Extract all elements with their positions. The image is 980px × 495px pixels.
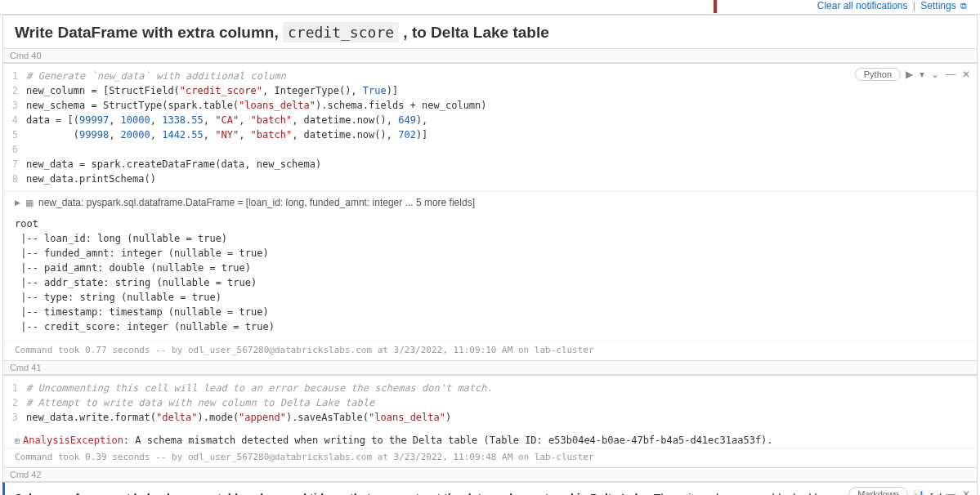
code-editor[interactable]: 1 2 3 # Uncommenting this cell will lead… (3, 376, 977, 430)
output-variable-summary: new_data: pyspark.sql.dataframe.DataFram… (38, 197, 475, 208)
schema-output: root |-- loan_id: long (nullable = true)… (3, 213, 977, 341)
chart-icon[interactable]: 📊 (913, 488, 924, 495)
command-status: Command took 0.77 seconds -- by odl_user… (3, 341, 977, 360)
output-meta-block: ▶ ▦ new_data: pyspark.sql.dataframe.Data… (3, 191, 977, 213)
line-gutter: 1 2 3 (3, 381, 26, 425)
title-heading: Write DataFrame with extra column, credi… (15, 24, 965, 42)
clear-notifications-link[interactable]: Clear all notifications (817, 0, 908, 11)
markdown-bold: Schema enforcement helps keep our tables… (15, 492, 651, 495)
code-lines: # Generate `new_data` with additional co… (26, 69, 977, 186)
cmd-label-42: Cmd 42 (2, 468, 978, 482)
close-icon[interactable]: ✕ (962, 488, 970, 495)
line-gutter: 1 2 3 4 5 6 7 8 (3, 69, 26, 186)
code-lines: # Uncommenting this cell will lead to an… (26, 381, 977, 425)
external-link-icon[interactable]: ⧉ (960, 1, 967, 11)
close-icon[interactable]: ✕ (962, 69, 970, 80)
expand-triangle-icon[interactable]: ▶ (15, 198, 20, 207)
language-pill[interactable]: Markdown (848, 487, 908, 495)
cell-toolbar: Markdown 📊 ⌄ — ✕ (848, 487, 970, 495)
language-pill[interactable]: Python (855, 68, 901, 81)
markdown-cell: Markdown 📊 ⌄ — ✕ Schema enforcement help… (2, 482, 978, 495)
cmd-label-41: Cmd 41 (2, 361, 978, 375)
markdown-paragraph: Schema enforcement helps keep our tables… (15, 491, 965, 495)
minimize-icon[interactable]: — (946, 69, 955, 80)
error-output: ⊞AnalysisException: A schema mismatch de… (3, 430, 977, 448)
title-code: credit_score (283, 22, 399, 42)
exception-message: : A schema mismatch detected when writin… (123, 435, 773, 446)
toolbar-icons: 📊 ⌄ — ✕ (913, 488, 970, 495)
menu-down-icon[interactable]: ▾ (920, 69, 924, 80)
cell-toolbar: Python ▶▾ ⌄ — ✕ (855, 68, 970, 81)
title-prefix: Write DataFrame with extra column, (15, 24, 283, 41)
chevron-down-icon[interactable]: ⌄ (931, 488, 939, 495)
notification-links: Clear all notifications | Settings ⧉ (817, 0, 980, 11)
run-icon[interactable]: ▶ (906, 69, 913, 80)
chevron-down-icon[interactable]: ⌄ (931, 69, 939, 80)
minimize-icon[interactable]: — (946, 488, 955, 495)
expand-error-icon[interactable]: ⊞ (15, 436, 20, 445)
toolbar-icons: ▶▾ ⌄ — ✕ (906, 69, 970, 80)
code-editor[interactable]: 1 2 3 4 5 6 7 8 # Generate `new_data` wi… (3, 64, 977, 191)
title-cell: Write DataFrame with extra column, credi… (2, 15, 978, 49)
notification-accent (714, 0, 717, 13)
cmd-label-40: Cmd 40 (2, 49, 978, 63)
settings-link[interactable]: Settings (920, 0, 955, 11)
table-icon[interactable]: ▦ (25, 198, 34, 208)
notification-bar: Clear all notifications | Settings ⧉ (0, 0, 980, 15)
cell-cmd41: 1 2 3 # Uncommenting this cell will lead… (2, 375, 978, 468)
title-suffix: , to Delta Lake table (399, 24, 549, 41)
command-status: Command took 0.39 seconds -- by odl_user… (3, 448, 977, 467)
separator: | (913, 0, 915, 11)
cell-cmd40: Python ▶▾ ⌄ — ✕ 1 2 3 4 5 6 7 8 # Genera… (2, 63, 978, 361)
exception-name: AnalysisException (23, 435, 123, 446)
